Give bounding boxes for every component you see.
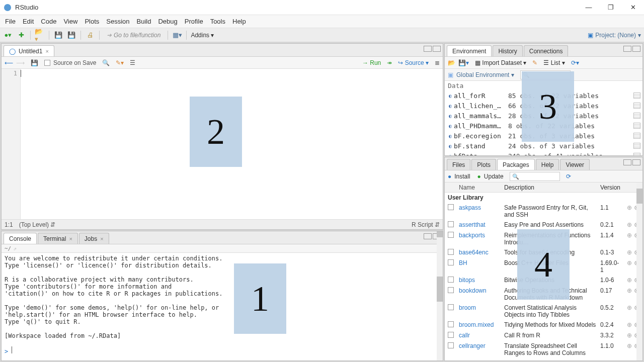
package-name[interactable]: broom.mixed	[457, 321, 502, 328]
view-data-icon[interactable]	[633, 103, 640, 109]
import-dataset-button[interactable]: ▦ Import Dataset ▾	[475, 59, 526, 66]
list-view-button[interactable]: ☰ List ▾	[543, 59, 565, 66]
console-scrollbar[interactable]	[437, 231, 443, 360]
env-scope-dropdown[interactable]: Global Environment ▾	[456, 71, 514, 78]
web-icon[interactable]: ⊕	[627, 221, 632, 228]
run-button[interactable]: → Run	[362, 59, 381, 66]
close-icon[interactable]: ×	[45, 48, 48, 54]
print-icon[interactable]: 🖨	[85, 30, 95, 40]
view-data-icon[interactable]	[633, 153, 640, 155]
tab-help[interactable]: Help	[536, 159, 559, 170]
tab-environment[interactable]: Environment	[447, 45, 492, 56]
project-dropdown[interactable]: ▣ Project: (None) ▾	[588, 32, 641, 39]
web-icon[interactable]: ⊕	[627, 342, 632, 349]
doc-outline-icon[interactable]: ≣	[435, 59, 440, 66]
console-output[interactable]: You are welcome to redistribute it under…	[2, 253, 443, 360]
package-name[interactable]: bookdown	[457, 287, 502, 294]
package-checkbox[interactable]	[448, 221, 454, 227]
maximize-pane-icon[interactable]	[433, 46, 441, 52]
view-data-icon[interactable]	[633, 93, 640, 99]
menu-debug[interactable]: Debug	[158, 18, 177, 25]
tab-connections[interactable]: Connections	[524, 45, 569, 56]
open-file-icon[interactable]: 📂▾	[35, 30, 45, 40]
install-button[interactable]: Install	[454, 173, 470, 180]
expand-icon[interactable]: ◐	[447, 133, 454, 139]
web-icon[interactable]: ⊕	[627, 287, 632, 294]
env-row[interactable]: ◐bF.stand24 obs. of 3 variables	[445, 141, 642, 151]
menu-view[interactable]: View	[63, 18, 77, 25]
go-to-file[interactable]: ➜ Go to file/function	[104, 32, 164, 39]
source-button[interactable]: ↪ Source ▾	[398, 59, 429, 66]
menu-plots[interactable]: Plots	[85, 18, 99, 25]
package-name[interactable]: assertthat	[457, 221, 502, 228]
view-data-icon[interactable]	[633, 123, 640, 129]
minimize-button[interactable]: —	[578, 0, 600, 15]
expand-icon[interactable]: ◐	[447, 93, 454, 99]
package-name[interactable]: base64enc	[457, 249, 502, 256]
close-button[interactable]: ✕	[622, 0, 644, 15]
menu-tools[interactable]: Tools	[210, 18, 225, 25]
view-data-icon[interactable]	[633, 113, 640, 119]
package-name[interactable]: cellranger	[457, 342, 502, 349]
menu-code[interactable]: Code	[41, 18, 56, 25]
file-type-indicator[interactable]: R Script ⇵	[412, 221, 440, 228]
addins-menu[interactable]: Addins ▾	[191, 32, 214, 39]
refresh-pkgs-icon[interactable]: ⟳	[566, 173, 571, 180]
menu-file[interactable]: File	[5, 18, 16, 25]
close-icon[interactable]: ×	[100, 236, 103, 242]
grid-icon[interactable]: ▦▾	[172, 30, 182, 40]
menu-session[interactable]: Session	[106, 18, 129, 25]
outline-icon[interactable]: ☰	[130, 59, 135, 66]
menu-help[interactable]: Help	[232, 18, 246, 25]
web-icon[interactable]: ⊕	[627, 304, 632, 311]
package-name[interactable]: BH	[457, 259, 502, 266]
tab-files[interactable]: Files	[447, 159, 470, 170]
tab-plots[interactable]: Plots	[471, 159, 496, 170]
package-checkbox[interactable]	[448, 232, 454, 238]
minimize-pane-icon[interactable]	[623, 159, 631, 165]
expand-icon[interactable]: ◐	[447, 123, 454, 129]
package-checkbox[interactable]	[448, 259, 454, 265]
rerun-icon[interactable]: ↠	[387, 59, 392, 66]
save-source-icon[interactable]: 💾	[31, 59, 38, 66]
package-checkbox[interactable]	[448, 287, 454, 293]
tab-viewer[interactable]: Viewer	[560, 159, 589, 170]
pkgs-search-input[interactable]	[510, 172, 560, 181]
view-data-icon[interactable]	[633, 133, 640, 139]
maximize-pane-icon[interactable]	[632, 46, 640, 52]
refresh-env-icon[interactable]: ⟳▾	[571, 59, 579, 66]
menu-profile[interactable]: Profile	[185, 18, 203, 25]
close-icon[interactable]: ×	[69, 236, 72, 242]
forward-icon[interactable]: ⟶	[16, 59, 25, 66]
maximize-pane-icon[interactable]	[632, 159, 640, 165]
brush-icon[interactable]: ✎	[532, 59, 537, 66]
tab-history[interactable]: History	[493, 45, 522, 56]
package-checkbox[interactable]	[448, 304, 454, 310]
web-icon[interactable]: ⊕	[627, 259, 632, 266]
back-icon[interactable]: ⟵	[5, 59, 13, 66]
tab-packages[interactable]: Packages	[497, 159, 535, 170]
menu-build[interactable]: Build	[137, 18, 151, 25]
packages-scrollbar[interactable]	[636, 183, 642, 360]
package-checkbox[interactable]	[448, 332, 454, 338]
package-name[interactable]: callr	[457, 332, 502, 339]
new-file-icon[interactable]: ●▾	[3, 30, 13, 40]
package-name[interactable]: backports	[457, 232, 502, 239]
save-icon[interactable]: 💾	[53, 30, 63, 40]
web-icon[interactable]: ⊕	[627, 249, 632, 256]
goto-dir-icon[interactable]: ⇗	[13, 245, 17, 252]
minimize-pane-icon[interactable]	[424, 46, 432, 52]
package-checkbox[interactable]	[448, 321, 454, 327]
web-icon[interactable]: ⊕	[627, 321, 632, 328]
open-env-icon[interactable]: 📂	[448, 59, 455, 66]
package-checkbox[interactable]	[448, 277, 454, 283]
wand-icon[interactable]: ✎▾	[116, 59, 124, 66]
expand-icon[interactable]: ◐	[447, 113, 454, 119]
expand-icon[interactable]: ◐	[447, 103, 454, 109]
package-name[interactable]: bitops	[457, 277, 502, 284]
env-row[interactable]: ◐bfData240 obs. of 41 variables	[445, 151, 642, 155]
minimize-pane-icon[interactable]	[623, 46, 631, 52]
expand-icon[interactable]: ◐	[447, 153, 454, 156]
scope-indicator[interactable]: (Top Level) ⇵	[19, 221, 56, 228]
package-name[interactable]: broom	[457, 304, 502, 311]
